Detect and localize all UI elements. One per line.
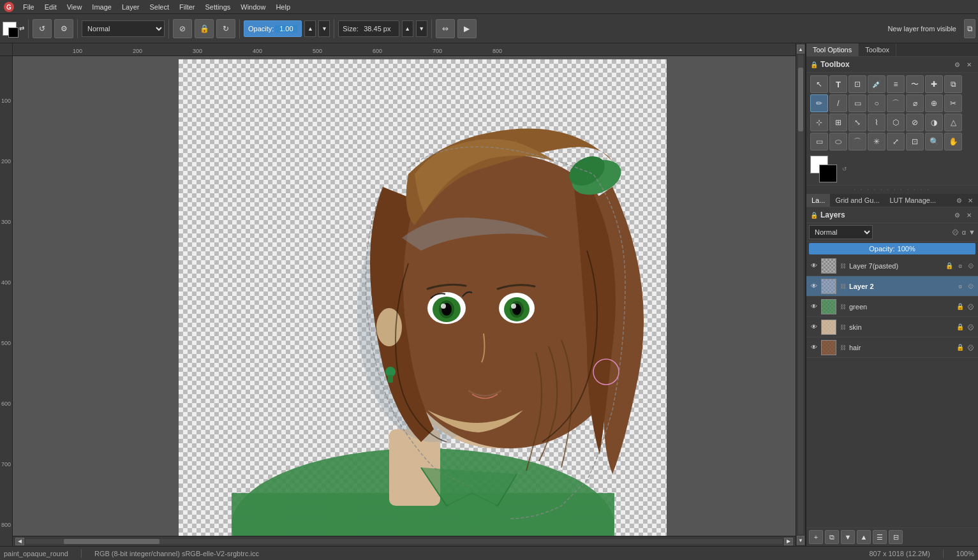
tool-reset-btn[interactable]: ↺ — [33, 19, 52, 38]
tool-transform[interactable]: ⤢ — [887, 133, 905, 151]
menu-edit[interactable]: Edit — [40, 2, 62, 12]
layer-item-3[interactable]: 👁 ⛓ skin 🔒 ⛒ — [806, 317, 978, 337]
menu-select[interactable]: Select — [144, 2, 174, 12]
layer-item-0[interactable]: 👁 ⛓ Layer 7(pasted) 🔒 α ⛒ — [806, 256, 978, 276]
tool-free-select2[interactable]: ⌒ — [848, 133, 866, 151]
layer-1-vis-icon[interactable]: 👁 — [809, 281, 819, 291]
h-scroll-track[interactable] — [26, 539, 783, 544]
layer-2-vis-icon[interactable]: 👁 — [809, 302, 819, 312]
size-up-btn[interactable]: ▲ — [402, 20, 413, 37]
vertical-scrollbar[interactable]: ▲ ▼ — [796, 43, 806, 546]
tool-move[interactable]: ⊹ — [810, 114, 828, 131]
bg-color-box[interactable] — [819, 165, 837, 182]
layer-down-btn[interactable]: ▼ — [841, 530, 855, 544]
tool-heal[interactable]: ✚ — [925, 75, 943, 93]
tool-zoom[interactable]: 🔍 — [925, 133, 943, 151]
layer-3-vis-icon[interactable]: 👁 — [809, 322, 819, 332]
blend-mode-select[interactable]: Normal — [82, 20, 165, 37]
tool-eyedropper[interactable]: 💉 — [868, 75, 885, 93]
layer-up-btn[interactable]: ▲ — [857, 530, 871, 544]
layer-4-extra-icon[interactable]: ⛒ — [967, 343, 975, 352]
tool-align2[interactable]: ⊞ — [829, 114, 847, 131]
color-swatch-bg[interactable] — [8, 27, 19, 38]
flip-vertical-btn[interactable]: ▶ — [457, 19, 477, 38]
toolbox-tab[interactable]: Toolbox — [859, 43, 896, 56]
v-scroll-down-btn[interactable]: ▼ — [797, 536, 804, 545]
panel-resize-handle[interactable]: · · · · · · · · · · · · — [806, 186, 978, 194]
tool-fuzzy-select[interactable]: ⌀ — [906, 94, 924, 112]
layer-0-lock-icon[interactable]: 🔒 — [945, 262, 954, 270]
color-swap-icon[interactable]: ⇄ — [19, 25, 24, 32]
tool-smudge[interactable]: ⊘ — [906, 114, 924, 131]
horizontal-scrollbar[interactable]: ◀ ▶ — [13, 536, 796, 546]
tool-bucket[interactable]: ⬡ — [887, 114, 905, 131]
size-down-btn[interactable]: ▼ — [416, 20, 427, 37]
layers-opacity-bar[interactable]: Opacity: 100% — [809, 243, 975, 254]
layers-mode-select[interactable]: Normal — [809, 225, 873, 239]
layers-tab-grid[interactable]: Grid and Gu... — [830, 194, 884, 207]
tool-ellipse-select[interactable]: ○ — [868, 94, 885, 112]
menu-view[interactable]: View — [62, 2, 87, 12]
tool-curves[interactable]: 〜 — [906, 75, 924, 93]
size-input[interactable] — [360, 25, 395, 33]
erase-toggle-btn[interactable]: ⊘ — [173, 19, 192, 38]
opacity-down-btn[interactable]: ▼ — [318, 20, 330, 37]
tool-rect-select2[interactable]: ▭ — [810, 133, 828, 151]
layer-1-link-icon[interactable]: ⛒ — [967, 282, 975, 291]
tool-line[interactable]: / — [829, 94, 847, 112]
delete-layer-btn[interactable]: ☰ — [873, 530, 887, 544]
tool-path[interactable]: ⌇ — [868, 114, 885, 131]
tool-eraser[interactable]: △ — [944, 114, 962, 131]
merge-layers-btn[interactable]: ⊟ — [889, 530, 903, 544]
v-scroll-track[interactable] — [798, 55, 803, 534]
tool-scale[interactable]: ⤡ — [848, 114, 866, 131]
menu-file[interactable]: File — [18, 2, 40, 12]
h-scroll-left-btn[interactable]: ◀ — [15, 538, 24, 545]
lock-alpha-btn[interactable]: 🔒 — [195, 19, 214, 38]
tool-scissors[interactable]: ✂ — [944, 94, 962, 112]
h-scroll-thumb[interactable] — [64, 539, 159, 544]
layers-panel-config[interactable]: ⚙ — [952, 210, 962, 220]
toolbox-config-btn[interactable]: ⚙ — [952, 59, 962, 70]
tool-free-select[interactable]: ⌒ — [887, 94, 905, 112]
layers-lock-alpha-icon[interactable]: α — [962, 228, 966, 236]
flip-horizontal-btn[interactable]: ⇔ — [436, 19, 455, 38]
tool-fuzzy-select2[interactable]: ✳ — [868, 133, 885, 151]
opacity-input[interactable] — [275, 25, 297, 33]
menu-settings[interactable]: Settings — [200, 2, 236, 12]
layer-3-lock-icon[interactable]: 🔒 — [956, 323, 965, 332]
menu-filter[interactable]: Filter — [174, 2, 200, 12]
layers-panel-close[interactable]: ✕ — [964, 210, 974, 220]
layer-2-extra-icon[interactable]: ⛒ — [967, 302, 975, 311]
layer-0-alpha-icon[interactable]: α — [956, 262, 965, 270]
copy-layer-btn[interactable]: ⧉ — [825, 530, 839, 544]
v-scroll-up-btn[interactable]: ▲ — [797, 45, 804, 54]
h-scroll-right-btn[interactable]: ▶ — [784, 538, 793, 545]
tool-select-by-color[interactable]: ⊕ — [925, 94, 943, 112]
layer-4-vis-icon[interactable]: 👁 — [809, 343, 819, 353]
tool-hand[interactable]: ✋ — [944, 133, 962, 151]
paint-dynamics-btn[interactable]: ↻ — [216, 19, 235, 38]
menu-help[interactable]: Help — [270, 2, 295, 12]
layer-1-lock-icon[interactable] — [945, 282, 954, 291]
menu-layer[interactable]: Layer — [117, 2, 145, 12]
layer-item-1[interactable]: 👁 ⛓ Layer 2 α ⛒ — [806, 276, 978, 297]
menu-image[interactable]: Image — [87, 2, 117, 12]
layer-3-extra-icon[interactable]: ⛒ — [967, 323, 975, 332]
expand-btn[interactable]: ⧉ — [964, 19, 975, 38]
layer-4-lock-icon[interactable]: 🔒 — [956, 343, 965, 352]
layers-lock-pos-icon[interactable]: ⛒ — [952, 228, 959, 236]
color-swatch-fg[interactable] — [3, 22, 17, 36]
artwork-canvas[interactable] — [179, 59, 667, 536]
tool-align[interactable]: ≡ — [887, 75, 905, 93]
menu-window[interactable]: Window — [235, 2, 270, 12]
layer-0-link-icon[interactable]: ⛒ — [967, 262, 975, 270]
tool-warp[interactable]: ⊡ — [906, 133, 924, 151]
layer-1-alpha-icon[interactable]: α — [956, 282, 965, 291]
layers-close-icon[interactable]: ✕ — [965, 195, 975, 205]
tool-options-tab[interactable]: Tool Options — [806, 43, 859, 56]
tool-clone[interactable]: ⧉ — [944, 75, 962, 93]
layer-item-4[interactable]: 👁 ⛓ hair 🔒 ⛒ — [806, 337, 978, 358]
add-layer-btn[interactable]: + — [809, 530, 823, 544]
layer-item-2[interactable]: 👁 ⛓ green 🔒 ⛒ — [806, 297, 978, 317]
